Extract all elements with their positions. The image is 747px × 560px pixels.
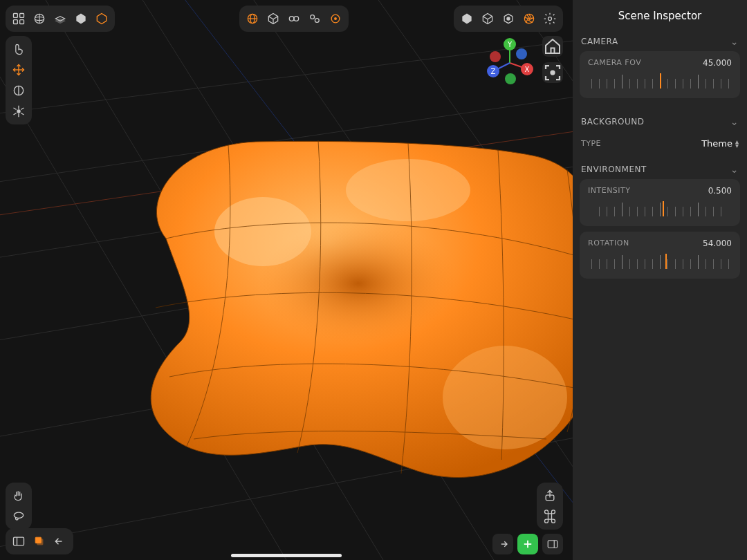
grid-view-icon[interactable] xyxy=(8,8,29,29)
settings-icon[interactable] xyxy=(540,8,560,29)
type-selector[interactable]: Theme ▴▾ xyxy=(701,138,739,149)
environment-header-label: ENVIRONMENT xyxy=(581,165,647,174)
svg-point-34 xyxy=(507,17,510,20)
rotation-value: 54.000 xyxy=(703,239,732,248)
cube-wire-icon[interactable] xyxy=(477,8,498,29)
fov-slider[interactable] xyxy=(588,73,732,88)
svg-point-62 xyxy=(14,512,23,518)
svg-point-33 xyxy=(335,18,337,20)
orientation-gizmo[interactable]: X Y Z xyxy=(483,36,537,90)
cube-solid-icon[interactable] xyxy=(456,8,477,29)
history-toolbar xyxy=(6,528,73,554)
cube-outline-icon[interactable] xyxy=(263,8,284,29)
updown-icon: ▴▾ xyxy=(735,140,739,148)
isolate-icon[interactable] xyxy=(498,8,519,29)
background-type-row[interactable]: TYPE Theme ▴▾ xyxy=(580,131,740,151)
camera-section-header[interactable]: CAMERA ⌄ xyxy=(580,29,740,51)
view-options-toolbar xyxy=(454,6,563,32)
rotation-label: ROTATION xyxy=(588,239,629,248)
rotation-slider[interactable] xyxy=(588,254,732,269)
target-icon[interactable] xyxy=(325,8,346,29)
type-label: TYPE xyxy=(581,139,601,148)
svg-line-44 xyxy=(14,113,17,115)
wireframe-shading-icon[interactable] xyxy=(29,8,50,29)
solid-shading-icon[interactable] xyxy=(71,8,91,29)
svg-point-61 xyxy=(551,71,555,75)
svg-line-47 xyxy=(21,113,24,115)
share-icon[interactable] xyxy=(540,485,560,506)
rotation-card[interactable]: ROTATION 54.000 xyxy=(580,232,740,279)
chevron-down-icon: ⌄ xyxy=(730,164,739,175)
transform-toolbar xyxy=(6,36,32,124)
svg-point-41 xyxy=(17,110,20,113)
svg-rect-21 xyxy=(20,20,24,24)
panel-right-icon[interactable] xyxy=(542,534,563,554)
selection-toolbar xyxy=(6,483,32,530)
svg-rect-18 xyxy=(14,14,18,18)
svg-rect-20 xyxy=(14,20,18,24)
svg-point-30 xyxy=(311,15,315,19)
redo-icon[interactable] xyxy=(492,534,513,554)
select-tool-icon[interactable] xyxy=(8,39,29,59)
svg-point-16 xyxy=(346,159,470,221)
aperture-icon[interactable] xyxy=(519,8,540,29)
svg-line-46 xyxy=(14,108,17,110)
svg-point-52 xyxy=(516,48,527,59)
globe-icon[interactable] xyxy=(242,8,263,29)
frame-view-icon[interactable] xyxy=(542,62,563,83)
command-icon[interactable] xyxy=(540,506,560,527)
solid-wire-shading-icon[interactable] xyxy=(50,8,71,29)
chain-icon[interactable] xyxy=(304,8,325,29)
move-tool-icon[interactable] xyxy=(8,59,29,80)
scene-inspector-panel: Scene Inspector CAMERA ⌄ CAMERA FOV 45.0… xyxy=(573,0,747,560)
lasso-tool-icon[interactable] xyxy=(8,506,29,527)
layers-icon[interactable] xyxy=(29,531,50,552)
rotate-tool-icon[interactable] xyxy=(8,80,29,101)
svg-text:X: X xyxy=(525,66,530,73)
background-header-label: BACKGROUND xyxy=(581,117,645,127)
material-shading-icon[interactable] xyxy=(91,8,112,29)
home-view-icon[interactable] xyxy=(542,36,563,57)
svg-rect-66 xyxy=(35,537,41,543)
add-button[interactable] xyxy=(517,534,538,554)
svg-text:Z: Z xyxy=(491,68,496,75)
svg-point-29 xyxy=(294,17,299,21)
svg-point-31 xyxy=(315,19,319,23)
svg-point-53 xyxy=(505,73,516,84)
camera-header-label: CAMERA xyxy=(581,37,618,46)
intensity-card[interactable]: INTENSITY 0.500 xyxy=(580,179,740,226)
intensity-value: 0.500 xyxy=(708,186,732,196)
svg-point-28 xyxy=(289,17,294,21)
inspector-title: Scene Inspector xyxy=(573,0,747,29)
pan-tool-icon[interactable] xyxy=(8,485,29,506)
camera-fov-card[interactable]: CAMERA FOV 45.000 xyxy=(580,51,740,98)
chevron-down-icon: ⌄ xyxy=(730,116,739,127)
background-section-header[interactable]: BACKGROUND ⌄ xyxy=(580,109,740,131)
svg-rect-70 xyxy=(548,541,557,548)
link-icon[interactable] xyxy=(284,8,304,29)
svg-text:Y: Y xyxy=(507,41,513,48)
svg-point-17 xyxy=(443,346,567,449)
shading-mode-toolbar xyxy=(6,6,115,32)
chevron-down-icon: ⌄ xyxy=(730,36,739,47)
svg-rect-60 xyxy=(551,48,555,54)
actions-toolbar xyxy=(537,483,563,530)
scale-tool-icon[interactable] xyxy=(8,101,29,122)
intensity-label: INTENSITY xyxy=(588,186,631,196)
type-value: Theme xyxy=(701,138,732,149)
intensity-slider[interactable] xyxy=(588,201,732,216)
undo-icon[interactable] xyxy=(50,531,71,552)
fov-value: 45.000 xyxy=(703,58,732,68)
model-object[interactable] xyxy=(118,128,573,494)
environment-section-header[interactable]: ENVIRONMENT ⌄ xyxy=(580,157,740,179)
overlay-toolbar xyxy=(239,6,349,32)
panel-left-icon[interactable] xyxy=(8,531,29,552)
home-indicator xyxy=(231,554,342,557)
svg-line-45 xyxy=(21,108,24,110)
svg-rect-19 xyxy=(20,14,24,18)
fov-label: CAMERA FOV xyxy=(588,58,641,68)
svg-point-36 xyxy=(548,17,552,21)
svg-rect-63 xyxy=(14,537,24,545)
svg-point-51 xyxy=(490,51,501,62)
